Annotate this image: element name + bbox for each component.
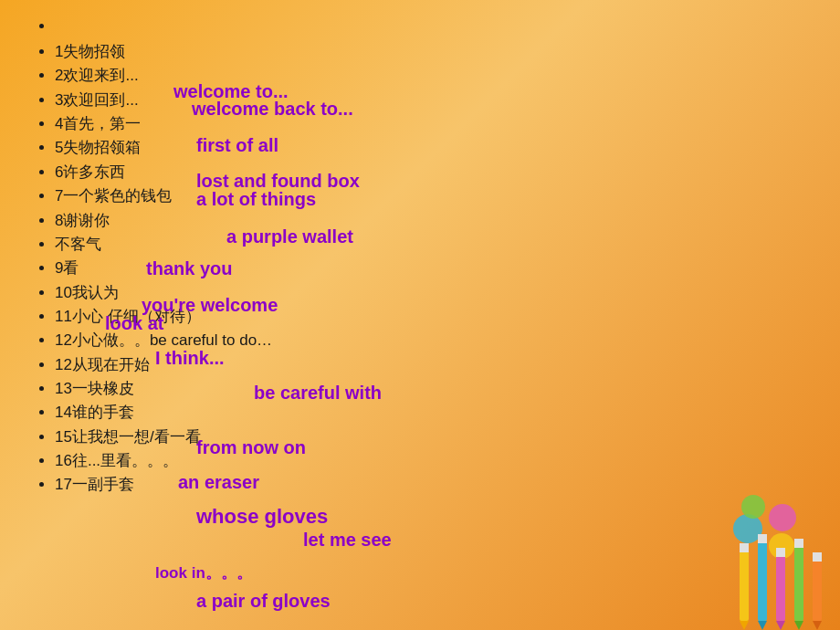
phrase-look-in: look in。。。 bbox=[155, 562, 252, 583]
list-item: 13一块橡皮 bbox=[55, 377, 822, 401]
decorative-corner bbox=[712, 511, 840, 630]
list-item: 4首先，第一 bbox=[55, 112, 822, 136]
list-item: 不客气 bbox=[55, 233, 822, 257]
list-item: 1失物招领 bbox=[55, 40, 822, 64]
phrase-welcome-back: welcome back to... bbox=[192, 99, 353, 120]
svg-rect-14 bbox=[813, 552, 822, 562]
phrase-thank-you: thank you bbox=[146, 258, 232, 279]
svg-rect-2 bbox=[740, 543, 749, 552]
list-item: 7一个紫色的钱包 bbox=[55, 184, 822, 208]
phrase-list: 1失物招领 2欢迎来到... 3欢迎回到... 4首先，第一 5失物招领箱 6许… bbox=[37, 9, 822, 498]
svg-rect-0 bbox=[740, 543, 749, 621]
phrase-let-me-see: let me see bbox=[303, 530, 392, 551]
list-item: 2欢迎来到... bbox=[55, 64, 822, 88]
svg-rect-9 bbox=[794, 539, 803, 621]
list-item: 5失物招领箱 bbox=[55, 136, 822, 160]
phrase-a-lot-of-things: a lot of things bbox=[196, 189, 316, 210]
svg-rect-12 bbox=[813, 552, 822, 621]
list-item: 3欢迎回到... bbox=[55, 89, 822, 112]
phrase-from-now-on: from now on bbox=[196, 437, 306, 458]
svg-marker-13 bbox=[813, 621, 822, 630]
list-item: 6许多东西 bbox=[55, 161, 822, 184]
phrase-pair-of-gloves: a pair of gloves bbox=[196, 591, 331, 612]
phrase-an-eraser: an eraser bbox=[178, 472, 259, 493]
svg-rect-11 bbox=[794, 539, 803, 548]
list-item: 8谢谢你 bbox=[55, 209, 822, 233]
svg-rect-8 bbox=[776, 548, 785, 557]
list-item: 16往...里看。。。 bbox=[55, 449, 822, 473]
svg-rect-6 bbox=[776, 548, 785, 621]
svg-marker-7 bbox=[776, 621, 785, 630]
phrase-be-careful-with: be careful with bbox=[254, 383, 382, 404]
content-area: 1失物招领 2欢迎来到... 3欢迎回到... 4首先，第一 5失物招领箱 6许… bbox=[0, 0, 840, 507]
svg-marker-4 bbox=[758, 621, 767, 630]
svg-rect-3 bbox=[758, 534, 767, 621]
svg-marker-1 bbox=[740, 621, 749, 630]
svg-rect-5 bbox=[758, 534, 767, 543]
phrase-purple-wallet: a purple wallet bbox=[226, 226, 353, 247]
module-title-item bbox=[55, 9, 822, 40]
list-item: 17一副手套 bbox=[55, 473, 822, 497]
phrase-look-at: look at bbox=[105, 313, 163, 334]
svg-marker-10 bbox=[794, 621, 803, 630]
phrase-whose-gloves: whose gloves bbox=[196, 505, 328, 529]
phrase-i-think: I think... bbox=[155, 348, 225, 369]
list-item: 14谁的手套 bbox=[55, 401, 822, 425]
pencils-svg bbox=[712, 520, 840, 630]
phrase-first-of-all: first of all bbox=[196, 135, 278, 156]
list-item: 15让我想一想/看一看 bbox=[55, 425, 822, 449]
